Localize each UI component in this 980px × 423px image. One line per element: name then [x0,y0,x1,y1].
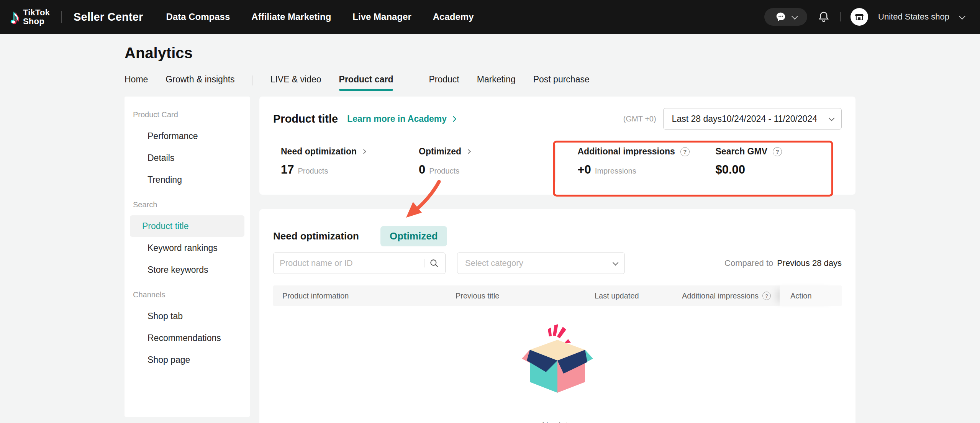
chat-bubble-icon [775,11,787,23]
compared-value: Previous 28 days [777,258,842,268]
tab-separator [252,75,253,85]
stat-optimized[interactable]: Optimized 0Products [419,146,556,177]
overview-title: Product title [273,113,338,125]
compared-to: Compared toPrevious 28 days [724,258,842,268]
product-list-card: Need optimization Optimized Select categ… [259,209,855,423]
column-additional-impressions[interactable]: Additional impressions ? [682,292,793,300]
stat-value: +0 [578,163,591,177]
help-icon[interactable]: ? [762,292,771,300]
nav-menu: Data Compass Affiliate Marketing Live Ma… [166,11,474,22]
product-search-box [273,252,446,274]
help-icon[interactable]: ? [680,147,690,156]
tab-home[interactable]: Home [125,74,148,86]
sidebar-item-trending[interactable]: Trending [130,169,244,190]
sidebar-item-shop-tab[interactable]: Shop tab [130,305,244,327]
nav-item-academy[interactable]: Academy [433,11,474,22]
category-select[interactable]: Select category [457,252,625,274]
tab-live-video[interactable]: LIVE & video [270,74,321,86]
messages-button[interactable] [764,8,807,26]
analytics-tabs: Home Growth & insights LIVE & video Prod… [125,74,590,86]
storefront-icon [854,12,864,22]
nav-divider [61,11,62,23]
seller-center-title[interactable]: Seller Center [74,11,143,23]
stat-unit: Impressions [595,167,636,175]
list-tab-need-optimization[interactable]: Need optimization [273,230,359,242]
stat-additional-impressions: Additional impressions? +0Impressions [578,146,716,177]
no-data-label: No data [273,421,842,423]
stat-unit: Products [429,167,459,175]
timezone-label: (GMT +0) [623,115,656,123]
nav-item-live-manager[interactable]: Live Manager [352,11,411,22]
tiktok-note-icon: ♪ [10,7,20,27]
chevron-right-icon [466,149,471,154]
column-product-information[interactable]: Product information [273,292,456,300]
product-search-input[interactable] [280,258,422,268]
sidebar-heading-search: Search [125,200,244,209]
stat-value: 0 [419,163,425,177]
nav-item-data-compass[interactable]: Data Compass [166,11,230,22]
table-header: Product information Previous title Last … [273,285,842,306]
column-action: Action [780,285,842,306]
academy-link[interactable]: Learn more in Academy [347,114,456,124]
sidebar-item-recommendations[interactable]: Recommendations [130,327,244,349]
empty-box-illustration [519,323,596,394]
notifications-bell-icon[interactable] [817,10,830,23]
sidebar-item-product-title[interactable]: Product title [130,215,244,237]
nav-item-affiliate-marketing[interactable]: Affiliate Marketing [251,11,331,22]
tab-growth-insights[interactable]: Growth & insights [166,74,234,86]
empty-state [273,323,842,395]
column-previous-title[interactable]: Previous title [456,292,595,300]
sidebar-item-performance[interactable]: Performance [130,125,244,147]
chevron-down-icon [829,115,835,121]
nav-divider [840,12,841,21]
sidebar-item-shop-page[interactable]: Shop page [130,349,244,371]
tab-product-card[interactable]: Product card [339,74,393,86]
stat-need-optimization[interactable]: Need optimization 17Products [281,146,419,177]
stat-search-gmv: Search GMV? $0.00 [716,146,782,177]
search-icon[interactable] [429,258,439,268]
tab-post-purchase[interactable]: Post purchase [533,74,590,86]
chevron-down-icon[interactable] [959,13,965,20]
stat-unit: Products [298,167,328,175]
list-tab-optimized[interactable]: Optimized [380,226,447,246]
tab-product[interactable]: Product [429,74,459,86]
sidebar-item-details[interactable]: Details [130,147,244,169]
tab-separator [411,75,411,85]
sidebar-item-keyword-rankings[interactable]: Keyword rankings [130,237,244,259]
stat-value: $0.00 [716,163,746,177]
tiktok-shop-logo[interactable]: ♪ TikTok Shop [10,7,50,27]
sidebar-item-store-keywords[interactable]: Store keywords [130,259,244,280]
sidebar-heading-product-card: Product Card [125,110,244,119]
chevron-down-icon [792,13,798,20]
tab-marketing[interactable]: Marketing [477,74,516,86]
stats-row: Need optimization 17Products Optimized 0… [273,146,842,182]
column-last-updated[interactable]: Last updated [595,292,682,300]
shop-avatar[interactable] [851,8,868,26]
date-range-select[interactable]: Last 28 days10/24/2024 - 11/20/2024 [663,108,842,130]
top-nav: ♪ TikTok Shop Seller Center Data Compass… [0,0,980,34]
shop-name[interactable]: United States shop [878,12,949,22]
help-icon[interactable]: ? [773,147,782,156]
input-divider [424,259,424,267]
overview-card: Product title Learn more in Academy (GMT… [259,97,855,195]
sidebar-heading-channels: Channels [125,290,244,299]
stats-divider [556,145,556,182]
chevron-down-icon [613,259,619,266]
logo-text: TikTok Shop [23,8,50,26]
chevron-right-icon [451,116,457,122]
sidebar: Product Card Performance Details Trendin… [125,97,250,417]
stat-value: 17 [281,163,294,177]
chevron-right-icon [361,149,366,154]
page-title: Analytics [125,44,193,62]
